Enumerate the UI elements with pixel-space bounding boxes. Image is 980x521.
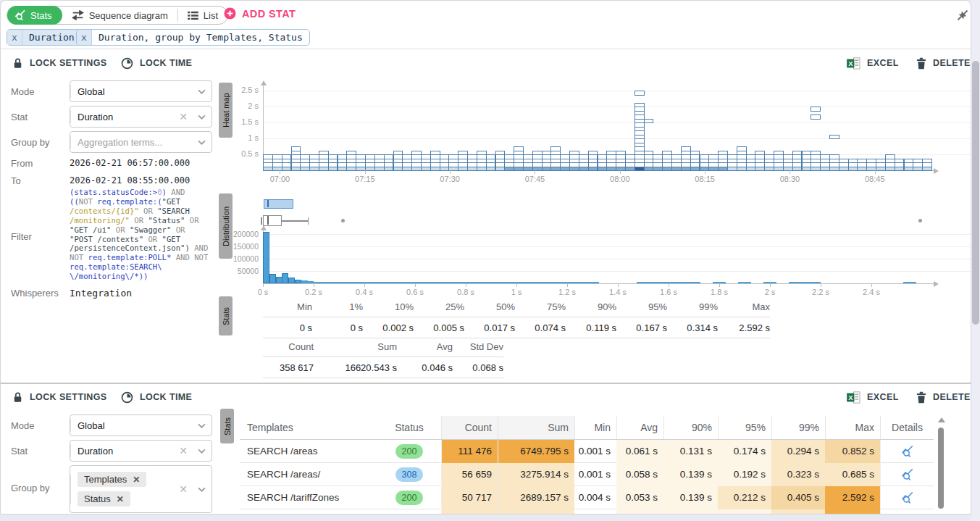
column-header-99-[interactable]: 99% — [771, 416, 825, 439]
selection-box-plot[interactable] — [264, 199, 293, 209]
heatmap-cell — [514, 146, 524, 151]
mode-select[interactable]: Global — [70, 414, 212, 436]
details-button[interactable] — [880, 440, 934, 463]
whisker-line — [282, 220, 308, 222]
histogram-bar — [479, 282, 485, 283]
status-badge — [395, 514, 423, 515]
excel-export-button[interactable]: X EXCEL — [847, 56, 899, 70]
distribution-chart[interactable]: 500001000001500002000000 s0.2 s0.4 s0.6 … — [263, 196, 971, 295]
column-header-max[interactable]: Max — [825, 416, 880, 439]
groupby-chip-templates[interactable]: Templates✕ — [78, 472, 146, 487]
table-row[interactable]: SEARCH /areas/30856 6593275.914 s0.001 s… — [240, 463, 934, 486]
histogram-bar — [453, 282, 460, 283]
details-button[interactable] — [880, 509, 934, 515]
page-scrollbar[interactable] — [971, 0, 980, 521]
column-header-min[interactable]: Min — [574, 416, 616, 439]
heatmap-cell — [365, 154, 375, 159]
histogram-bar — [719, 282, 726, 283]
delete-button[interactable]: DELETE — [916, 56, 971, 70]
column-header-templates[interactable]: Templates — [240, 416, 377, 439]
filter-query[interactable]: (stats.statusCode:>0) AND((NOT req.templ… — [70, 188, 220, 281]
groupby-chip-status[interactable]: Status✕ — [78, 491, 130, 507]
heatmap-cell — [291, 146, 301, 151]
scroll-up-icon[interactable] — [938, 417, 945, 422]
lock-settings-button[interactable]: LOCK SETTINGS — [12, 390, 107, 404]
column-header-details[interactable]: Details — [880, 416, 934, 439]
remove-icon[interactable]: ✕ — [133, 475, 140, 485]
from-label: From — [11, 158, 33, 169]
stats-header: 75% — [515, 301, 566, 312]
chip-close-icon[interactable]: x — [7, 30, 22, 45]
outlier-dot — [918, 219, 922, 222]
details-button[interactable] — [880, 463, 934, 486]
mode-select[interactable]: Global — [70, 80, 212, 102]
clear-icon[interactable]: ✕ — [175, 483, 192, 495]
table-row[interactable]: SEARCH /tariffZones20050 7172689.157 s0.… — [240, 486, 934, 509]
heatmap-cell — [820, 154, 830, 159]
scrollbar-thumb[interactable] — [972, 61, 979, 325]
chip-label[interactable]: Duration — [22, 30, 81, 45]
chevron-down-icon[interactable] — [192, 487, 212, 492]
histogram-bar — [592, 282, 599, 283]
chevron-down-icon[interactable] — [192, 114, 212, 120]
tab-stats-table[interactable]: Stats — [220, 409, 234, 443]
histogram-bar — [669, 282, 675, 283]
excel-export-button[interactable]: X EXCEL — [847, 390, 899, 404]
stat-select[interactable]: Duration ✕ — [70, 106, 212, 128]
scrollbar-thumb[interactable] — [938, 428, 944, 509]
chip-label[interactable]: Duration, group by Templates, Status — [92, 30, 309, 45]
column-header-90-[interactable]: 90% — [663, 416, 718, 439]
box-plot[interactable] — [263, 215, 282, 226]
chevron-down-icon[interactable] — [192, 423, 212, 428]
stat-chip-duration-grouped[interactable]: x Duration, group by Templates, Status — [76, 29, 310, 46]
column-header-count[interactable]: Count — [441, 416, 498, 439]
chevron-down-icon[interactable] — [192, 449, 212, 454]
heat-map-chart[interactable]: 0.5 s1 s1.5 s2 s2.5 s07:0007:1507:3007:4… — [263, 80, 971, 186]
lock-time-button[interactable]: LOCK TIME — [121, 390, 192, 404]
stats-value: 0 s — [263, 322, 312, 333]
groupby-select[interactable]: Aggregation terms... — [70, 131, 212, 153]
whisperers-value[interactable]: Integration — [70, 288, 132, 299]
column-header-sum[interactable]: Sum — [498, 416, 574, 439]
stat-chip-duration[interactable]: x Duration — [7, 29, 82, 46]
to-value[interactable]: 2026-02-21 08:55:00.000 — [70, 175, 190, 186]
tab-sequence-diagram[interactable]: Sequence diagram — [62, 7, 177, 24]
lock-time-button[interactable]: LOCK TIME — [121, 56, 192, 70]
histogram-bar — [377, 282, 384, 283]
groupby-select[interactable]: Templates✕ Status✕ ✕ — [70, 465, 212, 513]
heatmap-cell — [857, 159, 867, 164]
tab-stats[interactable]: Stats — [7, 6, 62, 25]
x-axis-tick-label: 08:45 — [859, 175, 891, 183]
chip-close-icon[interactable]: x — [77, 30, 92, 45]
clock-icon — [121, 57, 133, 70]
histogram-bar — [364, 282, 371, 283]
add-stat-button[interactable]: ADD STAT — [224, 7, 296, 20]
clear-icon[interactable]: ✕ — [175, 445, 192, 457]
tab-stats-summary[interactable]: Stats — [219, 296, 233, 335]
table-scrollbar[interactable] — [937, 417, 945, 514]
histogram-bar — [339, 282, 345, 283]
collapse-icon[interactable] — [955, 8, 970, 22]
heatmap-cell — [393, 151, 403, 156]
tab-list[interactable]: List — [178, 7, 227, 24]
lock-settings-button[interactable]: LOCK SETTINGS — [12, 56, 107, 70]
table-row[interactable]: SEARCH /areas200111 4766749.795 s0.001 s… — [240, 440, 934, 463]
chevron-down-icon[interactable] — [192, 89, 212, 94]
column-header-status[interactable]: Status — [377, 416, 441, 439]
delete-button[interactable]: DELETE — [916, 390, 971, 404]
chevron-down-icon[interactable] — [192, 140, 212, 145]
column-header-95-[interactable]: 95% — [718, 416, 771, 439]
details-button[interactable] — [880, 486, 934, 509]
stat-select[interactable]: Duration ✕ — [70, 440, 212, 462]
app-window: Stats Sequence diagram List ADD STAT x D… — [0, 0, 971, 514]
y-axis-arrow-icon — [261, 80, 267, 86]
stats-header: Avg — [397, 341, 453, 352]
histogram-bar — [491, 282, 498, 283]
clear-icon[interactable]: ✕ — [175, 111, 192, 122]
from-value[interactable]: 2026-02-21 06:57:00.000 — [70, 158, 190, 168]
heatmap-cell — [625, 154, 635, 159]
remove-icon[interactable]: ✕ — [117, 494, 124, 504]
column-header-avg[interactable]: Avg — [616, 416, 663, 439]
table-row[interactable] — [240, 509, 934, 514]
value-cell: 0.174 s — [718, 440, 771, 463]
